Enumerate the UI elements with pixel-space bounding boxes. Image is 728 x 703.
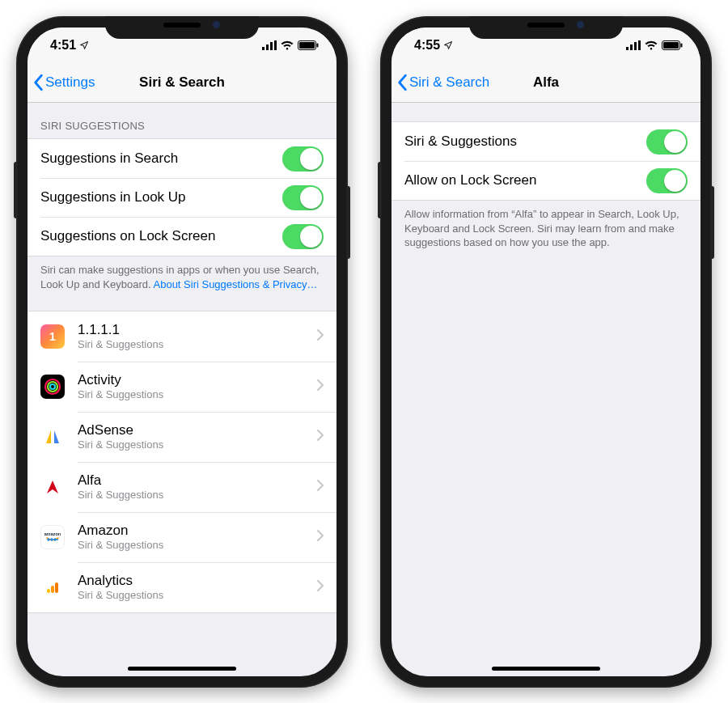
- section-header: SIRI SUGGESTIONS: [28, 102, 336, 138]
- app-icon-analytics: [40, 575, 65, 599]
- app-sub: Siri & Suggestions: [78, 389, 317, 401]
- screen-right: 4:55: [392, 28, 700, 676]
- toggle-switch[interactable]: [646, 129, 688, 155]
- svg-rect-6: [317, 44, 319, 48]
- svg-rect-19: [663, 42, 679, 49]
- svg-rect-14: [626, 47, 629, 50]
- svg-rect-0: [262, 47, 265, 50]
- notch: [105, 16, 259, 39]
- content[interactable]: SIRI SUGGESTIONS Suggestions in Search S…: [28, 102, 336, 676]
- home-indicator[interactable]: [492, 667, 600, 671]
- toggle-label: Allow on Lock Screen: [404, 172, 646, 188]
- app-name: Analytics: [78, 573, 317, 589]
- chevron-right-icon: [317, 430, 324, 444]
- toggle-label: Suggestions on Lock Screen: [40, 228, 282, 244]
- app-name: Activity: [78, 372, 317, 388]
- wifi-icon: [281, 40, 294, 50]
- location-icon: [443, 40, 453, 50]
- app-sub: Siri & Suggestions: [78, 339, 317, 351]
- back-button[interactable]: Siri & Search: [392, 74, 489, 91]
- app-icon-alfa: [40, 475, 65, 499]
- battery-icon: [298, 40, 319, 50]
- svg-rect-3: [274, 40, 277, 50]
- app-name: 1.1.1.1: [78, 322, 317, 338]
- toggle-row-lockscreen: Suggestions on Lock Screen: [28, 217, 336, 256]
- toggle-switch[interactable]: [282, 185, 324, 210]
- svg-rect-2: [270, 42, 273, 50]
- chevron-right-icon: [317, 530, 324, 544]
- chevron-left-icon: [32, 74, 44, 91]
- siri-suggestions-group: Suggestions in Search Suggestions in Loo…: [28, 138, 336, 256]
- toggle-label: Siri & Suggestions: [404, 133, 646, 150]
- status-time: 4:51: [50, 38, 76, 53]
- svg-rect-20: [681, 44, 683, 48]
- svg-rect-16: [634, 42, 637, 50]
- app-sub: Siri & Suggestions: [78, 590, 317, 602]
- svg-rect-5: [299, 42, 315, 49]
- app-sub: Siri & Suggestions: [78, 540, 317, 552]
- toggle-label: Suggestions in Look Up: [40, 189, 282, 205]
- toggle-row-allow-lockscreen: Allow on Lock Screen: [392, 161, 700, 200]
- chevron-right-icon: [317, 329, 324, 344]
- app-icon-activity: [40, 375, 65, 399]
- phone-right: 4:55: [380, 16, 712, 688]
- apps-group: 1 1.1.1.1 Siri & Suggestions Activity: [28, 311, 336, 613]
- toggle-row-siri-suggestions: Siri & Suggestions: [392, 122, 700, 161]
- chevron-left-icon: [396, 74, 408, 91]
- notch: [469, 16, 623, 39]
- svg-rect-11: [47, 589, 50, 593]
- toggle-row-lookup: Suggestions in Look Up: [28, 178, 336, 217]
- alfa-toggle-group: Siri & Suggestions Allow on Lock Screen: [392, 121, 700, 201]
- section-footer: Allow information from “Alfa” to appear …: [392, 201, 700, 256]
- app-sub: Siri & Suggestions: [78, 439, 317, 451]
- chevron-right-icon: [317, 480, 324, 494]
- svg-rect-17: [638, 40, 641, 50]
- location-icon: [79, 40, 89, 50]
- nav-bar: Settings Siri & Search: [28, 63, 336, 103]
- screen-left: 4:51: [28, 28, 336, 676]
- svg-rect-12: [51, 586, 54, 593]
- svg-rect-1: [266, 44, 269, 50]
- app-icon-amazon: amazon: [40, 525, 65, 549]
- app-name: Amazon: [78, 523, 317, 539]
- wifi-icon: [645, 40, 658, 50]
- svg-point-8: [48, 382, 57, 392]
- app-name: AdSense: [78, 422, 317, 438]
- svg-rect-15: [630, 44, 633, 50]
- app-name: Alfa: [78, 472, 317, 489]
- app-row-1111[interactable]: 1 1.1.1.1 Siri & Suggestions: [28, 311, 336, 362]
- content[interactable]: Siri & Suggestions Allow on Lock Screen …: [392, 102, 700, 676]
- battery-icon: [662, 40, 683, 50]
- svg-rect-13: [55, 582, 58, 593]
- app-row-activity[interactable]: Activity Siri & Suggestions: [28, 362, 336, 412]
- about-privacy-link[interactable]: About Siri Suggestions & Privacy…: [154, 278, 318, 290]
- phone-left: 4:51: [16, 16, 348, 688]
- cellular-icon: [262, 40, 277, 50]
- app-icon-adsense: [40, 425, 65, 449]
- toggle-switch[interactable]: [282, 146, 324, 172]
- status-time: 4:55: [414, 38, 440, 53]
- svg-text:amazon: amazon: [44, 531, 61, 536]
- back-label: Settings: [45, 74, 95, 91]
- home-indicator[interactable]: [128, 667, 236, 671]
- toggle-row-search: Suggestions in Search: [28, 139, 336, 178]
- app-row-alfa[interactable]: Alfa Siri & Suggestions: [28, 462, 336, 512]
- app-icon-1111: 1: [40, 324, 65, 349]
- cellular-icon: [626, 40, 641, 50]
- section-footer: Siri can make suggestions in apps or whe…: [28, 256, 336, 291]
- toggle-switch[interactable]: [646, 168, 688, 193]
- app-sub: Siri & Suggestions: [78, 489, 317, 502]
- svg-point-9: [50, 384, 55, 389]
- back-label: Siri & Search: [409, 74, 489, 91]
- nav-bar: Siri & Search Alfa: [392, 63, 700, 103]
- chevron-right-icon: [317, 580, 324, 595]
- toggle-switch[interactable]: [282, 224, 324, 249]
- chevron-right-icon: [317, 379, 324, 394]
- back-button[interactable]: Settings: [28, 74, 95, 91]
- app-row-adsense[interactable]: AdSense Siri & Suggestions: [28, 412, 336, 462]
- app-row-analytics[interactable]: Analytics Siri & Suggestions: [28, 562, 336, 612]
- app-row-amazon[interactable]: amazon Amazon Siri & Suggestions: [28, 512, 336, 562]
- toggle-label: Suggestions in Search: [40, 150, 282, 167]
